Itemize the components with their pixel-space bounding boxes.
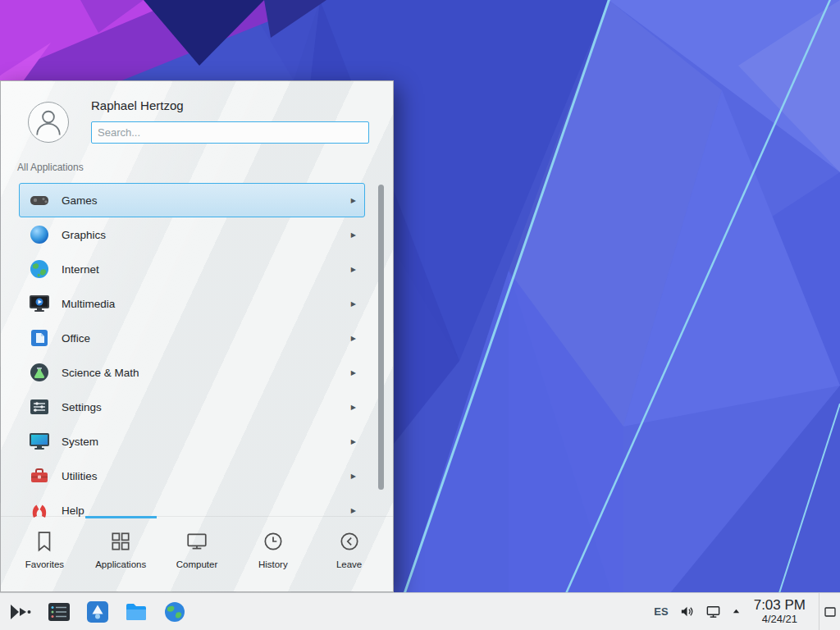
tab-favorites[interactable]: Favorites xyxy=(7,517,83,591)
clock-date: 4/24/21 xyxy=(754,614,806,626)
category-item-help[interactable]: Help▶ xyxy=(19,493,365,518)
chevron-right-icon: ▶ xyxy=(351,197,356,204)
graphics-icon xyxy=(28,223,51,246)
chevron-right-icon: ▶ xyxy=(351,438,356,445)
chevron-right-icon: ▶ xyxy=(351,404,356,411)
tab-applications[interactable]: Applications xyxy=(83,517,159,591)
person-icon xyxy=(30,104,66,140)
discover-icon xyxy=(85,600,110,624)
file-manager-button[interactable] xyxy=(123,599,149,625)
category-item-system[interactable]: System▶ xyxy=(19,424,365,459)
category-item-science-math[interactable]: Science & Math▶ xyxy=(19,355,365,390)
multimedia-icon xyxy=(28,292,51,315)
clock-time: 7:03 PM xyxy=(754,597,806,614)
tray-icons xyxy=(679,604,741,619)
computer-icon xyxy=(185,530,208,553)
category-label: Games xyxy=(62,194,351,207)
favorites-icon xyxy=(33,530,56,553)
category-item-settings[interactable]: Settings▶ xyxy=(19,390,365,424)
category-label: Science & Math xyxy=(62,367,351,379)
kde-launcher-button[interactable] xyxy=(7,599,34,625)
chevron-right-icon: ▶ xyxy=(351,369,356,377)
chevron-right-icon: ▶ xyxy=(351,472,356,480)
browser-button[interactable] xyxy=(162,599,188,625)
tab-label: Favorites xyxy=(25,559,64,569)
help-icon xyxy=(28,499,51,518)
history-icon xyxy=(262,530,285,553)
discover-button[interactable] xyxy=(84,599,111,625)
system-tray: ES 7:03 PM 4/24/21 xyxy=(654,593,840,630)
category-item-internet[interactable]: Internet▶ xyxy=(19,252,365,286)
tab-label: Applications xyxy=(95,559,146,569)
browser-icon xyxy=(162,600,187,624)
show-desktop-button[interactable] xyxy=(819,593,840,630)
category-label: System xyxy=(62,436,351,448)
category-label: Graphics xyxy=(62,229,351,241)
tab-label: Computer xyxy=(176,559,218,569)
chevron-right-icon: ▶ xyxy=(351,231,356,239)
expand-arrow-icon[interactable] xyxy=(732,607,741,616)
category-item-games[interactable]: Games▶ xyxy=(19,183,365,217)
kde-launcher-icon xyxy=(8,600,33,624)
category-label: Settings xyxy=(62,401,351,413)
category-label: Multimedia xyxy=(62,298,351,310)
system-settings-button[interactable] xyxy=(46,599,72,625)
category-item-multimedia[interactable]: Multimedia▶ xyxy=(19,286,365,321)
chevron-right-icon: ▶ xyxy=(351,300,356,308)
file-manager-icon xyxy=(124,600,148,624)
leave-icon xyxy=(338,530,361,553)
system-settings-icon xyxy=(47,600,71,624)
tab-label: History xyxy=(258,559,288,569)
chevron-right-icon: ▶ xyxy=(351,507,356,514)
taskbar-app-icons xyxy=(0,599,188,625)
category-label: Internet xyxy=(62,263,351,276)
category-item-office[interactable]: Office▶ xyxy=(19,321,365,355)
chevron-right-icon: ▶ xyxy=(351,266,356,273)
application-launcher-popup: Raphael Hertzog All Applications Games▶G… xyxy=(0,80,394,592)
search-input[interactable] xyxy=(91,121,369,144)
category-item-utilities[interactable]: Utilities▶ xyxy=(19,459,365,493)
taskbar: ES 7:03 PM 4/24/21 xyxy=(0,592,840,630)
category-label: Utilities xyxy=(62,470,351,482)
network-icon[interactable] xyxy=(705,604,721,619)
settings-icon xyxy=(28,395,51,418)
games-icon xyxy=(28,189,51,212)
chevron-right-icon: ▶ xyxy=(351,335,356,342)
user-avatar[interactable] xyxy=(28,102,69,143)
clock[interactable]: 7:03 PM 4/24/21 xyxy=(754,597,806,625)
keyboard-layout-indicator[interactable]: ES xyxy=(654,605,668,618)
tab-history[interactable]: History xyxy=(235,517,311,591)
science-icon xyxy=(28,361,51,384)
utilities-icon xyxy=(28,464,51,487)
tab-label: Leave xyxy=(336,559,362,569)
volume-icon[interactable] xyxy=(679,604,695,619)
tab-leave[interactable]: Leave xyxy=(311,517,387,591)
office-icon xyxy=(28,326,51,349)
category-item-graphics[interactable]: Graphics▶ xyxy=(19,217,365,252)
category-list: Games▶Graphics▶Internet▶Multimedia▶Offic… xyxy=(19,183,365,518)
section-label: All Applications xyxy=(17,162,84,173)
launcher-tab-bar: FavoritesApplicationsComputerHistoryLeav… xyxy=(1,516,393,591)
internet-icon xyxy=(28,258,51,281)
category-label: Office xyxy=(62,332,351,345)
show-desktop-icon xyxy=(824,605,837,619)
user-name: Raphael Hertzog xyxy=(91,98,184,112)
system-icon xyxy=(28,430,51,453)
tab-computer[interactable]: Computer xyxy=(159,517,235,591)
applications-icon xyxy=(109,530,132,553)
category-label: Help xyxy=(62,504,351,517)
scrollbar-thumb[interactable] xyxy=(378,185,384,490)
